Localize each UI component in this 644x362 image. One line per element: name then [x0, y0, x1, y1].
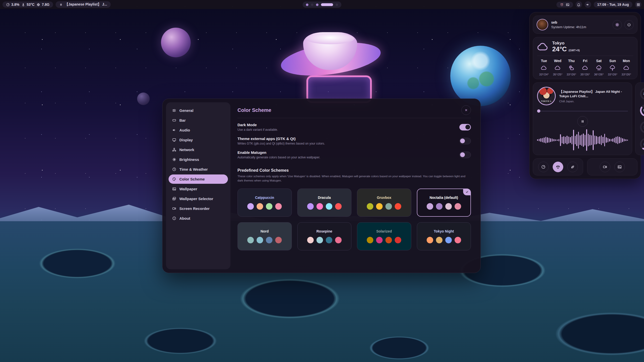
- sidebar-item[interactable]: General: [169, 106, 228, 115]
- sidebar-item-label: Bar: [179, 118, 186, 122]
- sidebar-item[interactable]: Network: [169, 145, 228, 154]
- user-card: seb System Uptime: 4h11m: [533, 16, 637, 34]
- workspace-dot[interactable]: [311, 4, 313, 6]
- stat-ring: 14%: [640, 121, 644, 133]
- sidebar-item[interactable]: Screen Recorder: [169, 204, 228, 213]
- tray-pill[interactable]: [556, 2, 573, 8]
- scheme-card[interactable]: Solarized: [357, 222, 411, 250]
- media-pill-label: 【Japanese Playlist】 J...: [65, 2, 107, 7]
- forecast-weather-icon: [541, 65, 547, 71]
- toggle-knob: [465, 125, 470, 129]
- visualizer-bar: [619, 137, 620, 143]
- system-stats-pill[interactable]: 3.8% 53°C 7.8G: [3, 2, 53, 8]
- sidebar-item-label: Audio: [179, 128, 190, 132]
- sidebar-item[interactable]: About: [169, 214, 228, 223]
- color-swatch: [335, 237, 342, 243]
- forecast-day-name: Sat: [596, 59, 602, 63]
- side-panel: seb System Uptime: 4h11m Tokyo 24°C (GMT…: [529, 12, 641, 179]
- quick-button[interactable]: [553, 162, 563, 172]
- sidebar-item-label: General: [179, 108, 193, 113]
- sidebar-item[interactable]: Wallpaper Selector: [169, 194, 228, 203]
- setting-label: Theme external apps (GTK & Qt): [237, 137, 325, 141]
- sidebar-item[interactable]: Audio: [169, 125, 228, 135]
- system-stat: 7.8G: [36, 3, 49, 7]
- visualizer-bar: [576, 134, 577, 146]
- power-button[interactable]: [624, 20, 634, 29]
- sidebar-item-label: Screen Recorder: [179, 206, 210, 211]
- sidebar-item-label: Wallpaper: [179, 187, 197, 191]
- color-swatch: [266, 203, 272, 210]
- system-stat: 3.8%: [6, 3, 19, 7]
- stat-icon: [36, 3, 40, 7]
- forecast-day-name: Wed: [554, 59, 561, 63]
- sidebar-item[interactable]: Brightness: [169, 155, 228, 164]
- color-swatch: [427, 203, 433, 210]
- toggle-switch[interactable]: [459, 138, 471, 144]
- scheme-card[interactable]: Catppuccin: [237, 189, 292, 217]
- sidebar-item[interactable]: Wallpaper: [169, 184, 228, 194]
- quick-button[interactable]: [567, 162, 578, 172]
- quick-button-icon: [570, 165, 575, 169]
- weather-temp: 24°C (GMT+9): [552, 46, 580, 53]
- app-launcher-button[interactable]: [635, 1, 641, 8]
- scheme-card[interactable]: Tokyo Night: [417, 222, 471, 250]
- workspace-dot[interactable]: [316, 4, 318, 6]
- color-swatch: [247, 237, 254, 243]
- quick-button[interactable]: [600, 162, 610, 172]
- notifications-button[interactable]: [576, 1, 582, 8]
- scheme-name: Catppuccin: [255, 196, 274, 200]
- workspace-indicator[interactable]: [303, 2, 341, 8]
- volume-button[interactable]: [585, 1, 591, 8]
- visualizer-bar: [563, 136, 564, 144]
- quick-button-icon: [556, 165, 560, 169]
- close-button[interactable]: [461, 105, 471, 115]
- progress-handle[interactable]: [537, 109, 540, 113]
- clock-pill[interactable]: 17:09 - Tue, 19 Aug: [594, 2, 632, 8]
- sidebar-item-icon: [172, 118, 176, 122]
- cloud-icon: [537, 41, 549, 53]
- visualizer-bar: [542, 138, 543, 142]
- visualizer-bar: [616, 137, 617, 143]
- quick-button[interactable]: [614, 162, 625, 172]
- forecast-day: Thu 33°/26°: [565, 59, 578, 76]
- settings-button[interactable]: [613, 20, 622, 29]
- forecast-temps: 33°/26°: [608, 73, 617, 76]
- workspace-dot[interactable]: [321, 3, 333, 6]
- scheme-card[interactable]: Gruvbox: [357, 189, 411, 217]
- track-progress[interactable]: [537, 109, 628, 113]
- visualizer-bar: [621, 138, 622, 143]
- workspace-dot[interactable]: [336, 4, 338, 6]
- forecast-weather-icon: [623, 65, 629, 71]
- scheme-card[interactable]: Dracula: [297, 189, 352, 217]
- visualizer-bar: [594, 135, 595, 145]
- system-monitor-card: 3.1% 54°C 14%: [635, 82, 644, 155]
- visualizer-bar: [544, 138, 545, 143]
- scheme-card[interactable]: Noctalia (default): [417, 189, 471, 217]
- stat-value: 7.8G: [42, 3, 49, 7]
- sidebar-item[interactable]: Display: [169, 135, 228, 145]
- quick-button[interactable]: [538, 162, 549, 172]
- sidebar-item[interactable]: Time & Weather: [169, 165, 228, 174]
- color-swatch: [436, 203, 442, 210]
- tray-image-icon[interactable]: [566, 3, 570, 7]
- media-player-card: TOKYO L 【Japanese Playlist】 Japan All Ni…: [533, 82, 632, 155]
- toggle-switch[interactable]: [459, 152, 471, 158]
- color-swatch: [266, 237, 272, 243]
- sidebar-item-icon: [172, 108, 176, 113]
- media-pill[interactable]: 【Japanese Playlist】 J...: [56, 1, 111, 8]
- forecast-weather-icon: [596, 65, 602, 71]
- scheme-card[interactable]: Nord: [237, 222, 292, 250]
- sidebar-item[interactable]: Bar: [169, 116, 228, 125]
- scheme-card[interactable]: Rosepine: [297, 222, 352, 250]
- play-pause-button[interactable]: [577, 116, 588, 127]
- scheme-swatches: [307, 237, 342, 243]
- workspace-dot[interactable]: [306, 4, 308, 6]
- toggle-switch[interactable]: [459, 124, 471, 130]
- sidebar-item[interactable]: Color Scheme: [169, 174, 228, 184]
- color-swatch: [257, 203, 263, 210]
- weather-city: Tokyo: [552, 41, 580, 46]
- color-swatch: [247, 203, 254, 210]
- scheme-swatches: [427, 203, 461, 210]
- sidebar-item-label: About: [179, 216, 190, 220]
- tray-app-icon[interactable]: [560, 3, 564, 7]
